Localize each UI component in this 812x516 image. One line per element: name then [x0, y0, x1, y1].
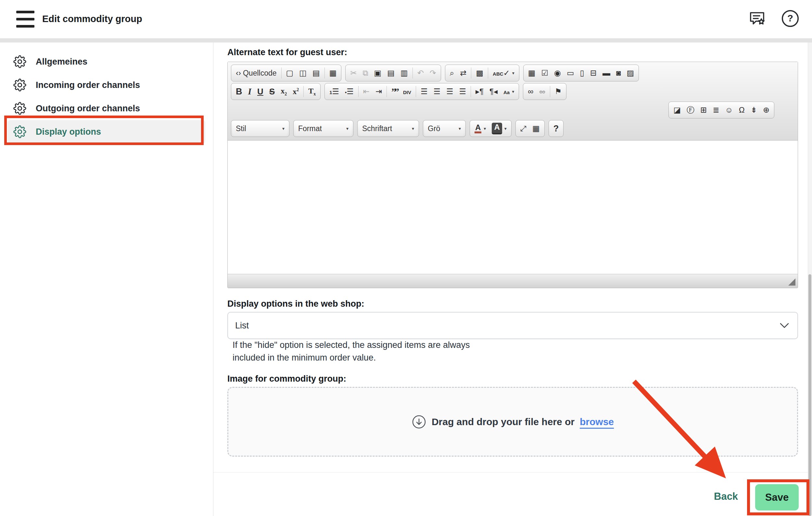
resize-handle-icon[interactable]	[788, 278, 795, 285]
numbered-list-button[interactable]: 1☰	[326, 84, 342, 99]
toolbar-group-paragraph: 1☰•☰⇤⇥””DIV☰☰☰☰▸¶¶◂Aa▾	[324, 83, 519, 100]
replace-button[interactable]: ⇄	[457, 66, 469, 80]
align-left-button[interactable]: ☰	[418, 84, 431, 99]
align-center-button[interactable]: ☰	[431, 84, 444, 99]
page-break-button[interactable]: ⇟	[748, 103, 760, 117]
new-page-button[interactable]: ▢	[283, 66, 296, 80]
font-combo[interactable]: Schriftart▾	[359, 121, 417, 135]
sidebar-item-outgoing-order-channels[interactable]: Outgoing order channels	[8, 97, 205, 120]
select-all-button-icon: ▩	[476, 69, 483, 77]
preview-button[interactable]: ◫	[296, 66, 310, 80]
toolbar-group-tools: ⤢▦	[516, 120, 545, 137]
table-button[interactable]: ⊞	[697, 103, 710, 117]
table-button-icon: ⊞	[700, 106, 707, 114]
form-button-icon: ▦	[528, 69, 535, 77]
bidi-ltr-button[interactable]: ▸¶	[472, 84, 487, 99]
strikethrough-button[interactable]: S	[266, 84, 278, 99]
indent-button[interactable]: ⇥	[373, 84, 385, 99]
rich-text-editor: ‹›Quellcode▢◫▤▦✂⧉▣▤▥↶↷⌕⇄▩ABC✓▾▦☑◉▭▯⊟▬◙▨B…	[227, 62, 798, 288]
button-button[interactable]: ▬	[600, 66, 613, 80]
iframe-button[interactable]: ⊕	[760, 103, 772, 117]
sidebar-item-allgemeines[interactable]: Allgemeines	[8, 50, 205, 73]
maximize-button[interactable]: ⤢	[517, 121, 529, 135]
superscript-button[interactable]: x2	[290, 84, 302, 99]
paste-word-button[interactable]: ▥	[398, 66, 411, 80]
iframe-button-icon: ⊕	[763, 106, 770, 114]
bidi-rtl-button[interactable]: ¶◂	[487, 84, 500, 99]
align-justify-button[interactable]: ☰	[456, 84, 469, 99]
download-circle-icon	[411, 415, 427, 429]
svg-text:?: ?	[787, 13, 793, 23]
special-char-button[interactable]: Ω	[736, 103, 748, 117]
format-combo[interactable]: Format▾	[295, 121, 351, 135]
spellcheck-button[interactable]: ABC✓▾	[490, 66, 517, 80]
copy-button-icon: ⧉	[362, 69, 368, 77]
horizontal-rule-button[interactable]: ≣	[710, 103, 722, 117]
hamburger-menu-icon[interactable]	[16, 11, 34, 28]
sidebar-item-display-options[interactable]: Display options	[8, 120, 205, 144]
hidden-field-button[interactable]: ▨	[624, 66, 637, 80]
select-all-button[interactable]: ▩	[473, 66, 486, 80]
italic-button[interactable]: I	[245, 84, 255, 99]
sidebar-nav: AllgemeinesIncoming order channelsOutgoi…	[0, 50, 213, 144]
text-color-button-icon: A	[474, 124, 481, 133]
select-field-button[interactable]: ⊟	[587, 66, 600, 80]
anchor-button[interactable]: ⚑	[552, 84, 565, 99]
text-color-button[interactable]: A▾	[472, 121, 489, 135]
bold-button[interactable]: B	[233, 84, 245, 99]
feedback-button[interactable]	[748, 9, 766, 28]
sidebar-item-label: Display options	[36, 127, 101, 137]
back-link[interactable]: Back	[714, 491, 738, 503]
source-button[interactable]: ‹›Quellcode	[233, 66, 280, 80]
font-size-combo-label: Grö	[428, 124, 440, 133]
radio-button[interactable]: ◉	[551, 66, 564, 80]
styles-combo[interactable]: Stil▾	[233, 121, 287, 135]
div-container-button[interactable]: DIV	[400, 84, 414, 99]
copy-button[interactable]: ⧉	[359, 66, 371, 80]
image-button-button[interactable]: ◙	[613, 66, 624, 80]
textarea-button[interactable]: ▯	[577, 66, 587, 80]
cut-button[interactable]: ✂	[347, 66, 359, 80]
templates-button[interactable]: ▦	[326, 66, 340, 80]
undo-button[interactable]: ↶	[414, 66, 427, 80]
show-blocks-button[interactable]: ▦	[529, 121, 543, 135]
font-combo-label: Schriftart	[362, 124, 392, 133]
link-button[interactable]: ∞	[525, 84, 536, 99]
display-options-select[interactable]: List	[227, 312, 798, 339]
editor-status-bar	[228, 274, 798, 288]
remove-format-button-icon: Tx	[308, 87, 316, 96]
underline-button[interactable]: U	[254, 84, 266, 99]
bulleted-list-button[interactable]: •☰	[342, 84, 357, 99]
form-button[interactable]: ▦	[525, 66, 539, 80]
browse-link[interactable]: browse	[580, 416, 614, 427]
toolbar-separator	[550, 86, 550, 97]
find-button[interactable]: ⌕	[447, 66, 457, 80]
align-right-button[interactable]: ☰	[443, 84, 456, 99]
paste-button-icon: ▣	[374, 69, 382, 77]
unlink-button[interactable]: ∞	[536, 84, 548, 99]
save-button[interactable]: Save	[755, 484, 799, 511]
paste-button[interactable]: ▣	[371, 66, 384, 80]
print-button-icon: ▤	[313, 69, 320, 77]
redo-button[interactable]: ↷	[427, 66, 439, 80]
text-field-button[interactable]: ▭	[564, 66, 577, 80]
image-button[interactable]: ◪	[670, 103, 684, 117]
print-button[interactable]: ▤	[310, 66, 323, 80]
flash-button[interactable]: Ⓕ	[684, 103, 697, 117]
checkbox-button[interactable]: ☑	[538, 66, 551, 80]
editor-content-area[interactable]	[228, 141, 798, 274]
file-dropzone[interactable]: Drag and drop your file here or browse	[227, 387, 798, 457]
about-button[interactable]: ?	[551, 121, 562, 135]
font-size-combo[interactable]: Grö▾	[425, 121, 464, 135]
remove-format-button[interactable]: Tx	[305, 84, 319, 99]
background-color-button[interactable]: A▾	[489, 121, 509, 135]
outdent-button[interactable]: ⇤	[360, 84, 373, 99]
blockquote-button[interactable]: ””	[388, 84, 400, 99]
sidebar-item-incoming-order-channels[interactable]: Incoming order channels	[8, 73, 205, 97]
paste-text-button[interactable]: ▤	[384, 66, 398, 80]
smiley-button[interactable]: ☺	[722, 103, 736, 117]
scrollbar-thumb[interactable]	[808, 274, 811, 516]
help-button[interactable]: ?	[781, 9, 800, 28]
language-button[interactable]: Aa▾	[500, 84, 517, 99]
subscript-button[interactable]: x2	[278, 84, 290, 99]
